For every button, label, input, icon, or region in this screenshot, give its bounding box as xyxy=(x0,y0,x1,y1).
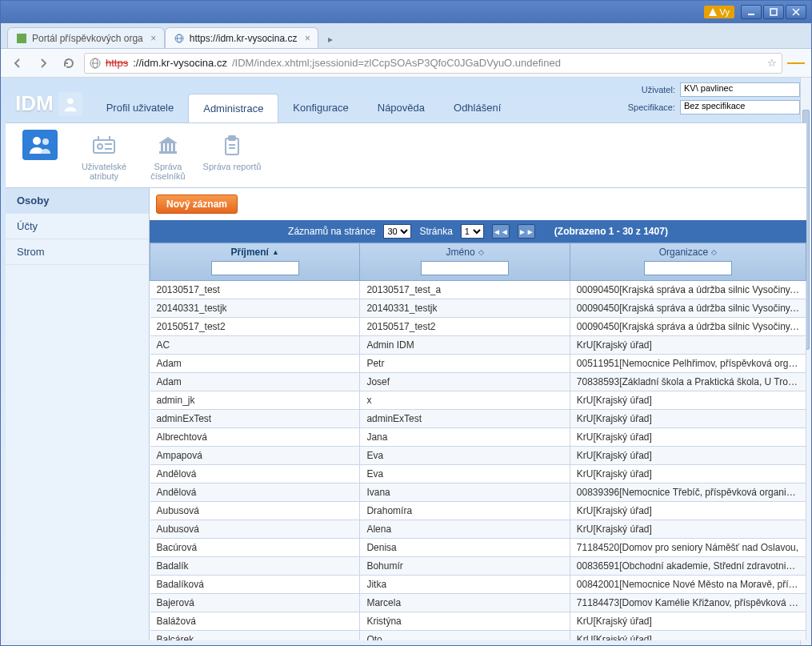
nav-napoveda[interactable]: Nápověda xyxy=(363,94,439,122)
spec-label: Specifikace: xyxy=(618,102,675,112)
tab-close-icon[interactable]: × xyxy=(302,33,313,44)
forward-button[interactable] xyxy=(33,53,54,74)
nav-konfigurace[interactable]: Konfigurace xyxy=(278,94,362,122)
cell-org: KrU[Krajský úřad] xyxy=(570,410,806,428)
cell-name: Marcela xyxy=(360,594,570,612)
back-button[interactable] xyxy=(7,53,28,74)
url-field[interactable]: https://idm.kr-vysocina.cz/IDM/index.xht… xyxy=(84,53,782,74)
column-header-surname[interactable]: Příjmení▲ xyxy=(150,243,360,281)
user-field[interactable]: KV\ pavlinec xyxy=(680,82,800,97)
table-row[interactable]: adminExTestadminExTestKrU[Krajský úřad] xyxy=(150,410,806,428)
cell-name: Eva xyxy=(360,465,570,483)
table-row[interactable]: AndělováIvana00839396[Nemocnice Třebíč, … xyxy=(150,483,806,502)
table-row[interactable]: 20130517_test20130517_test_a00090450[Kra… xyxy=(150,281,806,299)
cell-surname: Aubusová xyxy=(150,520,360,539)
page-select[interactable]: 1 xyxy=(461,224,484,239)
cell-surname: AC xyxy=(150,336,360,355)
table-row[interactable]: BajerováMarcela71184473[Domov Kamélie Kř… xyxy=(150,594,806,612)
cell-name: Petr xyxy=(360,355,570,373)
cell-surname: Aubusová xyxy=(150,502,360,520)
svg-rect-14 xyxy=(94,140,114,153)
table-row[interactable]: AndělováEvaKrU[Krajský úřad] xyxy=(150,465,806,483)
cell-org: KrU[Krajský úřad] xyxy=(570,336,806,355)
filter-org-input[interactable] xyxy=(644,261,732,275)
browser-tab[interactable]: Portál příspěvkových orga × xyxy=(7,27,165,48)
pager-next-button[interactable]: ►► xyxy=(518,224,535,239)
data-grid: Příjmení▲ Jméno◇ Organizace◇ xyxy=(150,243,806,640)
table-row[interactable]: AlbrechtováJanaKrU[Krajský úřad] xyxy=(150,428,806,447)
column-label: Organizace xyxy=(659,247,708,258)
cell-name: Alena xyxy=(360,520,570,539)
pager-prev-button[interactable]: ◄◄ xyxy=(492,224,510,239)
tool-uzivatelske-atributy[interactable]: Uživatelské atributy xyxy=(73,128,135,187)
tab-title: Portál příspěvkových orga xyxy=(32,33,143,44)
tool-sprava-identit[interactable]: Správa identit xyxy=(9,128,71,187)
cell-org: 00842001[Nemocnice Nové Město na Moravě,… xyxy=(570,576,806,594)
cell-org: 00511951[Nemocnice Pelhřimov, příspěvkov… xyxy=(570,355,806,373)
table-row[interactable]: AubusováAlenaKrU[Krajský úřad] xyxy=(150,520,806,539)
table-row[interactable]: admin_jkxKrU[Krajský úřad] xyxy=(150,391,806,410)
filter-surname-input[interactable] xyxy=(211,261,299,275)
app-logo-text: IDM xyxy=(15,91,54,116)
warning-icon xyxy=(709,8,717,16)
sidebar-item-strom[interactable]: Strom xyxy=(6,239,149,265)
column-header-name[interactable]: Jméno◇ xyxy=(360,243,570,281)
table-row[interactable]: AdamJosef70838593[Základní škola a Prakt… xyxy=(150,373,806,391)
browser-tab[interactable]: https://idm.kr-vysocina.cz × xyxy=(165,27,319,48)
table-row[interactable]: BalážováKristýnaKrU[Krajský úřad] xyxy=(150,612,806,631)
nav-administrace[interactable]: Administrace xyxy=(188,94,278,122)
tool-label: Správa reportů xyxy=(202,162,262,171)
records-per-page-select[interactable]: 30 xyxy=(383,224,411,239)
table-row[interactable]: BadalíkováJitka00842001[Nemocnice Nové M… xyxy=(150,576,806,594)
cell-name: Kristýna xyxy=(360,612,570,631)
table-row[interactable]: ACAdmin IDMKrU[Krajský úřad] xyxy=(150,336,806,355)
cell-surname: 20150517_test2 xyxy=(150,318,360,336)
sidebar-item-ucty[interactable]: Účty xyxy=(6,214,149,239)
window-minimize-button[interactable] xyxy=(741,5,762,19)
table-row[interactable]: AubusováDrahomíraKrU[Krajský úřad] xyxy=(150,502,806,520)
cell-surname: Badalíková xyxy=(150,576,360,594)
cell-surname: 20130517_test xyxy=(150,281,360,299)
tool-sprava-ciselniku[interactable]: Správa číselníků xyxy=(137,128,199,187)
cell-name: adminExTest xyxy=(360,410,570,428)
pager-info: (Zobrazeno 1 - 30 z 1407) xyxy=(554,226,668,237)
cell-surname: Albrechtová xyxy=(150,428,360,447)
table-row[interactable]: BalcárekOtoKrU[Krajský úřad] xyxy=(150,631,806,640)
browser-menu-button[interactable] xyxy=(787,54,805,72)
bookmark-star-icon[interactable]: ☆ xyxy=(767,57,777,69)
tab-close-icon[interactable]: × xyxy=(148,33,159,44)
cell-name: Jitka xyxy=(360,576,570,594)
spec-field[interactable]: Bez specifikace xyxy=(680,100,800,114)
tool-label: Uživatelské atributy xyxy=(74,162,134,181)
site-info-icon[interactable] xyxy=(90,58,101,69)
cell-org: KrU[Krajský úřad] xyxy=(570,631,806,640)
table-row[interactable]: 20140331_testjk20140331_testjk00090450[K… xyxy=(150,299,806,318)
window-close-button[interactable] xyxy=(786,5,806,19)
table-row[interactable]: AmpapováEvaKrU[Krajský úřad] xyxy=(150,447,806,465)
nav-profil-uzivatele[interactable]: Profil uživatele xyxy=(92,94,189,122)
cell-name: Bohumír xyxy=(360,557,570,576)
url-scheme-insecure: https xyxy=(106,57,128,69)
reload-button[interactable] xyxy=(58,53,79,74)
table-row[interactable]: BacúrováDenisa71184520[Domov pro seniory… xyxy=(150,539,806,557)
cell-org: 00836591[Obchodní akademie, Střední zdra… xyxy=(570,557,806,576)
column-header-org[interactable]: Organizace◇ xyxy=(570,243,806,281)
table-row[interactable]: BadalíkBohumír00836591[Obchodní akademie… xyxy=(150,557,806,576)
new-tab-button[interactable]: ▸ xyxy=(322,30,339,48)
table-row[interactable]: AdamPetr00511951[Nemocnice Pelhřimov, př… xyxy=(150,355,806,373)
svg-rect-4 xyxy=(17,34,26,43)
cell-surname: Adam xyxy=(150,373,360,391)
sort-asc-icon: ▲ xyxy=(272,248,279,256)
window-maximize-button[interactable] xyxy=(763,5,784,19)
user-badge: Vy xyxy=(704,6,734,18)
cell-org: 00090450[Krajská správa a údržba silnic … xyxy=(570,281,806,299)
cell-name: Drahomíra xyxy=(360,502,570,520)
nav-odhlaseni[interactable]: Odhlášení xyxy=(439,94,515,122)
sidebar-item-osoby[interactable]: Osoby xyxy=(6,188,149,214)
filter-name-input[interactable] xyxy=(421,261,509,275)
table-row[interactable]: 20150517_test220150517_test200090450[Kra… xyxy=(150,318,806,336)
new-record-button[interactable]: Nový záznam xyxy=(156,195,238,214)
cell-org: KrU[Krajský úřad] xyxy=(570,502,806,520)
cell-org: KrU[Krajský úřad] xyxy=(570,612,806,631)
tool-sprava-reportu[interactable]: Správa reportů xyxy=(201,128,263,187)
